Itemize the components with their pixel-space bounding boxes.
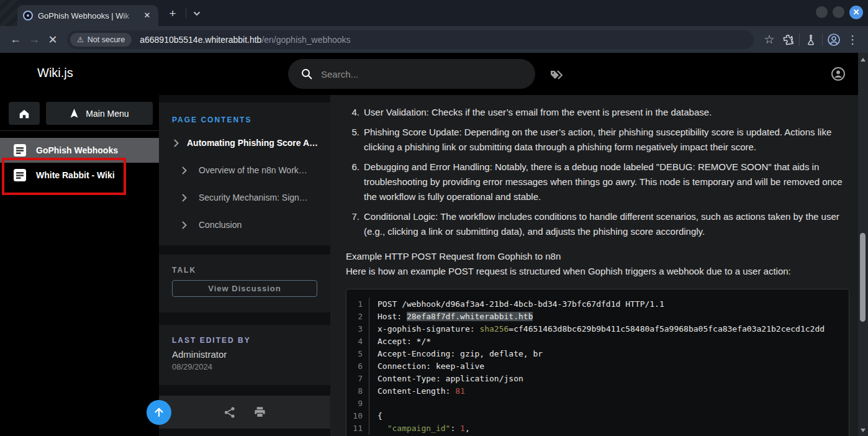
code-line: 3 x-gophish-signature: sha256=cf4651463d…	[346, 323, 849, 335]
page-contents-item[interactable]: Conclusion	[159, 211, 330, 238]
code-line-content	[369, 397, 849, 410]
tags-icon[interactable]	[549, 68, 564, 83]
code-line-number: 10	[346, 410, 369, 422]
wikijs-favicon-icon	[23, 11, 33, 20]
page-contents-card: PAGE CONTENTS Automating Phishing Score …	[159, 102, 330, 245]
window-maximize-button[interactable]	[833, 6, 844, 18]
code-line: 11 "campaign_id": 1,	[346, 422, 849, 435]
labs-flask-icon[interactable]	[802, 30, 820, 49]
code-line-content: Content-Type: application/json	[369, 373, 849, 385]
page-contents-item[interactable]: Security Mechanism: Sign…	[159, 184, 330, 211]
talk-title: TALK	[172, 266, 317, 275]
chevron-right-icon	[182, 194, 187, 202]
site-security-chip[interactable]: ⚠ Not secure	[70, 33, 132, 47]
print-icon[interactable]	[253, 406, 266, 419]
code-line-number: 2	[346, 311, 369, 323]
code-line-content: "campaign_id": 1,	[369, 422, 849, 435]
list-item-text: Debugging and Error Handling: Notably, t…	[364, 160, 849, 204]
tab-close-icon[interactable]: ✕	[142, 10, 153, 21]
profile-icon[interactable]	[825, 30, 843, 49]
code-line: 6 Connection: keep-alive	[346, 360, 849, 373]
code-line: 9	[346, 397, 849, 410]
main-menu-button[interactable]: Main Menu	[46, 102, 153, 125]
code-line-content: {	[369, 410, 849, 422]
code-line-content: Host: 28efa8f7df.whiterabbit.htb	[369, 311, 849, 323]
code-line-number: 9	[346, 397, 369, 410]
page-contents-item-label: Conclusion	[199, 220, 242, 230]
browser-menu-icon[interactable]: ⋮	[843, 30, 862, 49]
wikijs-header: Wiki.js Search...	[0, 53, 858, 95]
list-item: 7. Conditional Logic: The workflow inclu…	[346, 209, 849, 239]
home-button[interactable]	[9, 102, 40, 125]
page-contents-item[interactable]: Automating Phishing Score A…	[159, 129, 330, 157]
code-line: 1 POST /webhook/d96af3a4-21bd-4bcb-bd34-…	[346, 298, 849, 311]
code-line-number: 7	[346, 373, 369, 385]
account-icon[interactable]	[831, 66, 846, 81]
list-item: 6. Debugging and Error Handling: Notably…	[346, 160, 849, 204]
browser-scrollbar[interactable]	[858, 53, 868, 436]
list-item-number: 5.	[346, 125, 359, 155]
code-line: 5 Accept-Encoding: gzip, deflate, br	[346, 348, 849, 360]
arrow-up-icon	[153, 406, 165, 419]
code-line-number: 4	[346, 335, 369, 348]
code-line-number: 3	[346, 323, 369, 335]
bookmark-star-icon[interactable]: ☆	[760, 30, 779, 49]
extensions-icon[interactable]	[779, 30, 797, 49]
address-bar[interactable]: ⚠ Not secure a668910b5514e.whiterabbit.h…	[67, 30, 754, 49]
browser-tabstrip: GoPhish Webhooks | Wik ✕ + ✕	[0, 0, 868, 26]
new-tab-button[interactable]: +	[166, 7, 179, 21]
search-placeholder: Search...	[321, 69, 358, 79]
code-line-number: 6	[346, 360, 369, 373]
search-input[interactable]: Search...	[288, 59, 535, 89]
page-contents-item[interactable]: Overview of the n8n Work…	[159, 157, 330, 184]
browser-toolbar: ← → ✕ ⚠ Not secure a668910b5514e.whitera…	[0, 26, 868, 53]
view-discussion-button[interactable]: View Discussion	[172, 280, 317, 297]
code-block: 1 POST /webhook/d96af3a4-21bd-4bcb-bd34-…	[346, 289, 849, 436]
toolbar-separator	[799, 34, 800, 46]
forward-button[interactable]: →	[25, 30, 43, 49]
share-icon[interactable]	[224, 406, 236, 419]
window-close-button[interactable]: ✕	[849, 6, 863, 19]
last-edited-title: LAST EDITED BY	[172, 336, 317, 345]
stop-loading-button[interactable]: ✕	[43, 30, 62, 49]
toc-list: Automating Phishing Score A… Overview of…	[159, 129, 330, 238]
tabstrip-separator	[186, 8, 186, 18]
search-icon	[301, 68, 313, 80]
list-item-number: 6.	[346, 160, 359, 204]
chevron-right-icon	[174, 139, 179, 147]
scrollbar-down-arrow-icon[interactable]	[861, 429, 866, 432]
page-contents-item-label: Overview of the n8n Work…	[199, 165, 307, 175]
code-line: 2 Host: 28efa8f7df.whiterabbit.htb	[346, 311, 849, 323]
list-item: 5. Phishing Score Update: Depending on t…	[346, 125, 849, 155]
list-item-text: Conditional Logic: The workflow includes…	[364, 209, 849, 239]
page-contents-sidebar: PAGE CONTENTS Automating Phishing Score …	[159, 95, 330, 436]
sidebar-item-label: GoPhish Webhooks	[36, 145, 118, 155]
code-line-content: x-gophish-signature: sha256=cf4651463d8b…	[369, 323, 849, 335]
code-line: 8 Content-Length: 81	[346, 385, 849, 397]
annotation-red-box	[2, 158, 126, 195]
window-minimize-button[interactable]	[816, 6, 828, 18]
code-line-content: Accept-Encoding: gzip, deflate, br	[369, 348, 849, 360]
not-secure-label: Not secure	[88, 35, 125, 44]
wikijs-brand: Wiki.js	[37, 66, 73, 80]
code-line-number: 11	[346, 422, 369, 435]
code-line: 4 Accept: */*	[346, 335, 849, 348]
page-contents-item-label: Automating Phishing Score A…	[187, 138, 318, 148]
scrollbar-up-arrow-icon[interactable]	[861, 58, 866, 61]
ordered-list: 4. User Validation: Checks if the user’s…	[346, 105, 849, 239]
scroll-to-top-button[interactable]	[147, 400, 171, 425]
tab-title: GoPhish Webhooks | Wik	[38, 11, 137, 20]
scrollbar-thumb[interactable]	[860, 233, 866, 322]
code-line: 7 Content-Type: application/json	[346, 373, 849, 385]
last-edited-author: Administrator	[172, 349, 317, 360]
paragraph: Here is how an example POST request is s…	[346, 264, 849, 279]
browser-tab[interactable]: GoPhish Webhooks | Wik ✕	[17, 5, 158, 26]
list-item-text: User Validation: Checks if the user’s em…	[364, 105, 849, 120]
back-button[interactable]: ←	[6, 30, 25, 49]
toolbar-separator	[822, 34, 823, 46]
tab-search-chevron-icon[interactable]	[192, 9, 201, 18]
url-text: a668910b5514e.whiterabbit.htb/en/gophish…	[140, 35, 350, 45]
code-line-number: 5	[346, 348, 369, 360]
url-path: /en/gophish_webhooks	[261, 35, 350, 45]
page-action-bar	[159, 396, 330, 429]
